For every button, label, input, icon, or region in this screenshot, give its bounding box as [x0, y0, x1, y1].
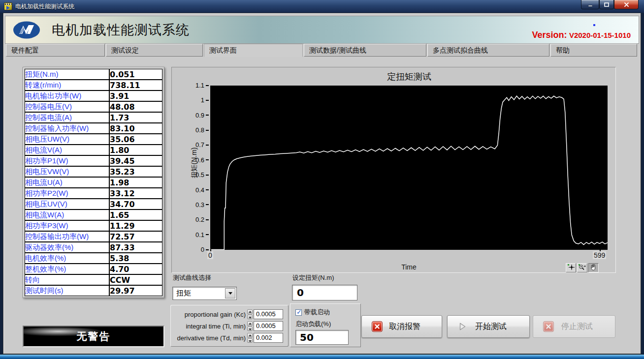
y-tick: 1 — [201, 96, 209, 104]
zoom-tool-button[interactable] — [577, 263, 587, 272]
readout-value: 0.051 — [109, 69, 162, 80]
y-tick: 0.3 — [195, 201, 209, 209]
button-label: 开始测试 — [467, 322, 515, 332]
torque-set-label: 设定扭矩(N.m) — [292, 273, 334, 282]
spin-up-icon[interactable] — [247, 309, 253, 314]
readout-label: 相电流U(A) — [25, 177, 109, 188]
window-bottom-border — [0, 354, 644, 359]
client-area: 电机加载性能测试系统 Version: V2020-01-15-1010 硬件配… — [3, 13, 641, 354]
y-tick: 0.6 — [195, 156, 209, 164]
load-start-checkbox[interactable] — [295, 309, 302, 316]
graph-tool-palette — [566, 263, 599, 272]
readout-value: 1.73 — [109, 112, 162, 123]
pid-input-2[interactable]: 0.0005 — [254, 321, 283, 331]
readout-label: 控制器输出功率(W) — [25, 231, 109, 242]
pid-row: integral time (Ti, min)0.0005 — [171, 320, 288, 332]
table-row: 电机输出功率(W)3.91 — [25, 90, 162, 101]
x-tick: 0 — [207, 251, 213, 259]
readout-label: 相功率P3(W) — [25, 220, 109, 231]
y-tick: 0.1 — [195, 231, 209, 239]
pid-input-1[interactable]: 0.0005 — [254, 309, 283, 319]
x-axis-label: Time — [210, 263, 608, 271]
table-row: 整机效率(%)4.70 — [25, 264, 162, 274]
table-row: 控制器输出功率(W)72.57 — [25, 231, 162, 242]
readout-label: 电机输出功率(W) — [25, 90, 109, 101]
readout-label: 相功率P2(W) — [25, 188, 109, 199]
readout-label: 转向 — [25, 274, 109, 285]
pan-tool-icon — [590, 264, 597, 272]
spinner[interactable] — [247, 309, 253, 319]
tab-1[interactable]: 硬件配置 — [6, 44, 105, 57]
chart-plot-area[interactable] — [210, 86, 608, 250]
readout-value: 35.23 — [109, 166, 162, 177]
readout-label: 控制器输入功率(W) — [25, 123, 109, 134]
spinner[interactable] — [247, 333, 253, 343]
readout-table: 扭矩(N.m)0.051转速(r/min)738.11电机输出功率(W)3.91… — [25, 69, 162, 296]
spin-down-icon[interactable] — [247, 338, 253, 343]
readout-label: 驱动器效率(%) — [25, 242, 109, 253]
readout-label: 相电流W(A) — [25, 209, 109, 220]
x-tick: 599 — [593, 251, 606, 259]
y-tick: 0.9 — [195, 112, 209, 119]
minimize-icon — [588, 2, 593, 7]
company-logo — [12, 21, 41, 39]
spin-up-icon[interactable] — [247, 333, 253, 338]
close-button[interactable] — [614, 0, 639, 9]
tab-2[interactable]: 测试设定 — [106, 44, 203, 57]
readout-label: 扭矩(N.m) — [25, 69, 109, 80]
app-header: 电机加载性能测试系统 Version: V2020-01-15-1010 — [5, 16, 639, 44]
tab-4[interactable]: 测试数据/测试曲线 — [304, 44, 426, 57]
table-row: 相电压VW(V)35.23 — [25, 166, 162, 177]
dropdown-button[interactable] — [225, 288, 235, 299]
readout-value: 33.12 — [109, 188, 162, 199]
spin-down-icon[interactable] — [247, 327, 253, 331]
readout-label: 控制器电流(A) — [25, 112, 109, 123]
readout-value: 738.11 — [109, 80, 162, 90]
alarm-text: 无警告 — [77, 329, 111, 343]
cursor-tool-icon — [567, 264, 575, 272]
load-start-checkbox-label: 带载启动 — [304, 308, 330, 317]
table-row: 电机效率(%)5.38 — [25, 253, 162, 264]
readout-value: 72.57 — [109, 231, 162, 242]
readout-label: 相电压UV(V) — [25, 199, 109, 209]
minimize-button[interactable] — [581, 0, 599, 9]
y-tick: 0.4 — [195, 186, 209, 194]
table-row: 相电压UW(V)35.06 — [25, 134, 162, 145]
start-test-button[interactable]: 开始测试 — [447, 315, 530, 338]
table-row: 控制器电压(V)48.08 — [25, 101, 162, 112]
tab-5[interactable]: 多点测试拟合曲线 — [427, 44, 549, 57]
spin-up-icon[interactable] — [247, 321, 253, 326]
stop-test-button[interactable]: 停止测试 — [533, 315, 615, 338]
close-icon — [624, 2, 629, 7]
y-tick: 0.7 — [195, 141, 209, 149]
start-load-input[interactable]: 50 — [295, 330, 349, 345]
maximize-button[interactable] — [599, 0, 614, 9]
cancel-alarm-icon — [372, 321, 383, 332]
title-bar: 电机加载性能测试系统 — [0, 0, 644, 13]
torque-set-input[interactable]: 0 — [292, 285, 357, 300]
readout-value: 1.65 — [109, 209, 162, 220]
curve-select-value: 扭矩 — [173, 289, 225, 298]
spinner[interactable] — [247, 321, 253, 331]
pid-label: derivative time (Td, min) — [171, 334, 246, 342]
readout-label: 相电压VW(V) — [25, 166, 109, 177]
pid-row: derivative time (Td, min)0.002 — [171, 332, 288, 344]
tab-6[interactable]: 帮助 — [550, 44, 637, 57]
table-row: 相电流W(A)1.65 — [25, 209, 162, 220]
cancel-alarm-button[interactable]: 取消报警 — [361, 315, 442, 338]
pid-input-3[interactable]: 0.002 — [254, 333, 283, 343]
readout-value: 3.91 — [109, 90, 162, 101]
spin-down-icon[interactable] — [247, 315, 253, 320]
tab-3[interactable]: 测试界面 — [204, 44, 303, 57]
pan-tool-button[interactable] — [588, 263, 599, 272]
zoom-tool-icon — [578, 264, 586, 272]
table-row: 相功率P2(W)33.12 — [25, 188, 162, 199]
stop-icon — [543, 321, 554, 332]
app-icon[interactable] — [4, 2, 12, 10]
chevron-down-icon — [228, 292, 232, 295]
cursor-tool-button[interactable] — [566, 263, 576, 272]
page-title: 电机加载性能测试系统 — [52, 21, 190, 39]
readout-label: 相电流V(A) — [25, 145, 109, 155]
readout-value: 39.45 — [109, 155, 162, 166]
curve-select-dropdown[interactable]: 扭矩 — [172, 287, 237, 300]
